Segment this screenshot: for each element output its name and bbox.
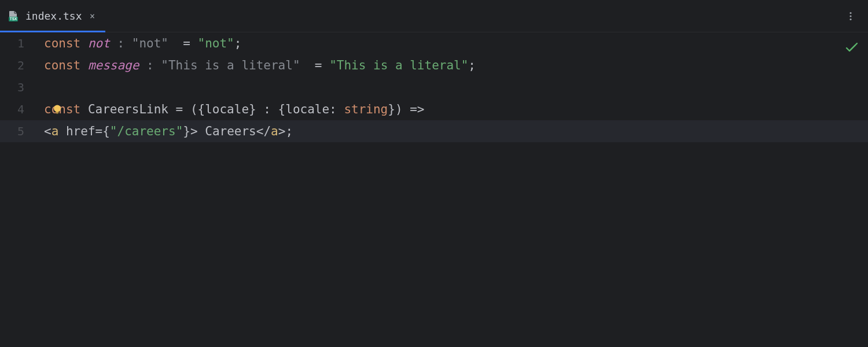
tab-bar: TSX index.tsx ×: [0, 0, 868, 32]
line-number: 5: [0, 120, 37, 142]
code-line[interactable]: 1 const not : "not" = "not";: [0, 32, 868, 54]
intention-bulb-icon[interactable]: [51, 103, 64, 116]
code-line[interactable]: 2 const message : "This is a literal" = …: [0, 54, 868, 76]
code-line[interactable]: 4 const CareersLink = ({locale} : {local…: [0, 98, 868, 120]
code-content[interactable]: const message : "This is a literal" = "T…: [37, 54, 868, 76]
line-number: 3: [0, 76, 37, 98]
tsx-file-icon: TSX: [7, 10, 20, 23]
code-content[interactable]: const not : "not" = "not";: [37, 32, 868, 54]
line-number: 4: [0, 98, 37, 120]
tab-options-button[interactable]: [841, 7, 860, 25]
code-content[interactable]: const CareersLink = ({locale} : {locale:…: [37, 98, 868, 120]
svg-point-3: [849, 15, 851, 17]
line-number: 2: [0, 54, 37, 76]
svg-rect-7: [56, 113, 58, 114]
code-content[interactable]: <a href={"/careers"}> Careers</a>;: [37, 120, 868, 142]
tab-close-icon[interactable]: ×: [88, 12, 97, 21]
code-line[interactable]: 5 <a href={"/careers"}> Careers</a>;: [0, 120, 868, 142]
line-number: 1: [0, 32, 37, 54]
svg-point-4: [849, 18, 851, 20]
svg-rect-6: [56, 112, 59, 113]
tab-filename: index.tsx: [25, 10, 82, 22]
svg-text:TSX: TSX: [10, 17, 17, 21]
tab-index-tsx[interactable]: TSX index.tsx ×: [0, 0, 105, 32]
code-line[interactable]: 3: [0, 76, 868, 98]
kebab-icon: [845, 11, 856, 21]
svg-point-5: [54, 105, 61, 112]
code-editor[interactable]: 1 const not : "not" = "not"; 2 const mes…: [0, 32, 868, 347]
svg-point-2: [849, 12, 851, 13]
